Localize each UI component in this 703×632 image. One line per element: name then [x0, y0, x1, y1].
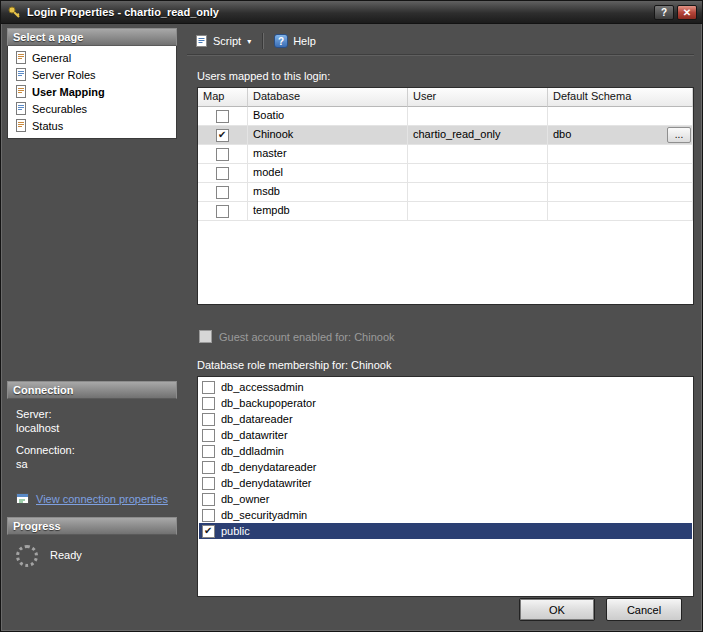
role-item-db-backupoperator[interactable]: db_backupoperator [199, 395, 692, 411]
page-icon [15, 85, 27, 98]
role-label: db_datawriter [221, 429, 288, 441]
cancel-button[interactable]: Cancel [606, 598, 682, 621]
database-cell[interactable]: tempdb [248, 202, 408, 221]
map-cell[interactable] [198, 145, 248, 164]
progress-panel: Ready [7, 535, 177, 579]
map-checkbox[interactable] [216, 148, 229, 161]
role-label: db_accessadmin [221, 381, 304, 393]
role-checkbox[interactable] [202, 493, 215, 506]
map-checkbox[interactable] [216, 129, 229, 142]
schema-cell[interactable] [548, 107, 693, 126]
database-cell[interactable]: msdb [248, 183, 408, 202]
server-value: localhost [16, 422, 173, 434]
role-checkbox[interactable] [202, 445, 215, 458]
role-item-public[interactable]: public [199, 523, 692, 539]
role-membership-label: Database role membership for: Chinook [197, 359, 694, 371]
users-mapped-label: Users mapped to this login: [197, 70, 694, 82]
role-item-db-securityadmin[interactable]: db_securityadmin [199, 507, 692, 523]
role-item-db-ddladmin[interactable]: db_ddladmin [199, 443, 692, 459]
database-cell[interactable]: Chinook [248, 126, 408, 145]
role-item-db-datawriter[interactable]: db_datawriter [199, 427, 692, 443]
map-checkbox[interactable] [216, 110, 229, 123]
sidebar-item-label: Status [32, 120, 63, 132]
map-cell[interactable] [198, 183, 248, 202]
role-label: db_securityadmin [221, 509, 307, 521]
map-checkbox[interactable] [216, 167, 229, 180]
view-connection-properties-link[interactable]: View connection properties [36, 493, 168, 505]
role-label: db_datareader [221, 413, 293, 425]
user-mapping-table: Map Database User Default Schema Boatio … [197, 87, 694, 305]
user-cell[interactable] [408, 183, 548, 202]
role-checkbox[interactable] [202, 413, 215, 426]
ok-button[interactable]: OK [519, 598, 595, 621]
sidebar-item-server-roles[interactable]: Server Roles [8, 66, 176, 83]
script-button[interactable]: Script ▾ [189, 31, 257, 51]
user-cell[interactable]: chartio_read_only [408, 126, 548, 145]
help-icon: ? [274, 34, 288, 48]
dialog-body: Select a page General Server Roles User … [1, 24, 702, 610]
table-row-master[interactable]: master [198, 145, 693, 164]
help-button[interactable]: ? Help [268, 31, 322, 51]
role-item-db-denydatareader[interactable]: db_denydatareader [199, 459, 692, 475]
column-header-user[interactable]: User [408, 88, 548, 107]
sidebar-item-general[interactable]: General [8, 49, 176, 66]
map-cell[interactable] [198, 126, 248, 145]
column-header-map[interactable]: Map [198, 88, 248, 107]
window-close-button[interactable]: ✕ [677, 5, 697, 20]
table-row-boatio[interactable]: Boatio [198, 107, 693, 126]
map-cell[interactable] [198, 202, 248, 221]
view-connection-row: View connection properties [16, 492, 173, 505]
sidebar-item-securables[interactable]: Securables [8, 100, 176, 117]
table-row-chinook[interactable]: Chinook chartio_read_only dbo ... [198, 126, 693, 145]
page-icon [15, 68, 27, 81]
schema-cell[interactable] [548, 183, 693, 202]
table-row-tempdb[interactable]: tempdb [198, 202, 693, 221]
user-cell[interactable] [408, 164, 548, 183]
table-row-msdb[interactable]: msdb [198, 183, 693, 202]
user-cell[interactable] [408, 145, 548, 164]
sidebar: Select a page General Server Roles User … [7, 28, 177, 610]
schema-cell[interactable] [548, 202, 693, 221]
sidebar-item-label: Server Roles [32, 69, 96, 81]
database-cell[interactable]: master [248, 145, 408, 164]
role-checkbox[interactable] [202, 477, 215, 490]
connection-header: Connection [7, 381, 177, 399]
main-panel: Script ▾ ? Help Users mapped to this log… [187, 28, 694, 610]
sidebar-item-user-mapping[interactable]: User Mapping [8, 83, 176, 100]
role-checkbox[interactable] [202, 429, 215, 442]
guest-account-checkbox [199, 330, 212, 343]
role-item-db-owner[interactable]: db_owner [199, 491, 692, 507]
toolbar: Script ▾ ? Help [187, 28, 694, 55]
role-checkbox[interactable] [202, 509, 215, 522]
help-button-label: Help [293, 35, 316, 47]
user-cell[interactable] [408, 202, 548, 221]
role-item-db-datareader[interactable]: db_datareader [199, 411, 692, 427]
table-row-model[interactable]: model [198, 164, 693, 183]
user-cell[interactable] [408, 107, 548, 126]
column-header-database[interactable]: Database [248, 88, 408, 107]
schema-browse-button[interactable]: ... [667, 127, 691, 143]
role-item-db-denydatawriter[interactable]: db_denydatawriter [199, 475, 692, 491]
map-cell[interactable] [198, 107, 248, 126]
map-checkbox[interactable] [216, 205, 229, 218]
window-help-button[interactable]: ? [654, 5, 674, 20]
role-checkbox[interactable] [202, 381, 215, 394]
guest-account-label: Guest account enabled for: Chinook [219, 331, 395, 343]
role-checkbox[interactable] [202, 397, 215, 410]
script-button-label: Script [213, 35, 241, 47]
window-icon [6, 4, 22, 20]
progress-status: Ready [50, 549, 82, 561]
role-item-db-accessadmin[interactable]: db_accessadmin [199, 379, 692, 395]
column-header-default-schema[interactable]: Default Schema [548, 88, 693, 107]
role-checkbox[interactable] [202, 461, 215, 474]
database-cell[interactable]: Boatio [248, 107, 408, 126]
schema-cell[interactable] [548, 164, 693, 183]
sidebar-item-status[interactable]: Status [8, 117, 176, 134]
map-checkbox[interactable] [216, 186, 229, 199]
role-checkbox[interactable] [202, 525, 215, 538]
schema-cell[interactable] [548, 145, 693, 164]
script-dropdown-caret[interactable]: ▾ [247, 37, 251, 46]
map-cell[interactable] [198, 164, 248, 183]
database-cell[interactable]: model [248, 164, 408, 183]
page-icon [15, 102, 27, 115]
